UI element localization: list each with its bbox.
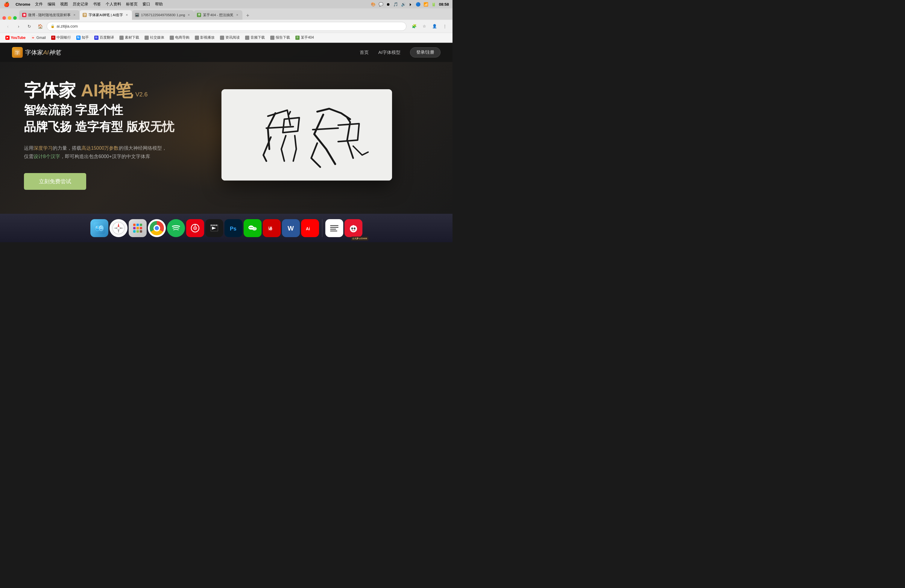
svg-rect-19 [140, 224, 142, 226]
menubar-right: 🎨 💬 ⏺ 🎵 🔊 ⏵ 🔵 📶 🔋 08:58 [371, 2, 449, 6]
menu-edit[interactable]: 编辑 [48, 2, 56, 7]
menu-bookmarks[interactable]: 书签 [93, 2, 101, 7]
tab-weibo-close[interactable]: ✕ [72, 13, 76, 17]
bookmark-social[interactable]: 社交媒体 [142, 34, 167, 41]
svg-rect-24 [137, 230, 139, 233]
menu-view[interactable]: 视图 [60, 2, 68, 7]
dock-finalcut[interactable] [205, 219, 223, 237]
minimize-button[interactable] [8, 16, 11, 20]
cta-button[interactable]: 立刻免费尝试 [24, 173, 86, 190]
hero-desc-highlight3: 设计8个汉字 [33, 154, 60, 159]
url-text: ai.zitijia.com [57, 24, 403, 29]
tab-weibo-title: 微博 - 随时随地发现新鲜事 [28, 13, 71, 17]
svg-text:字: 字 [15, 51, 19, 55]
close-button[interactable] [2, 16, 6, 20]
play-icon[interactable]: ⏵ [409, 2, 413, 6]
menu-history[interactable]: 历史记录 [73, 2, 88, 7]
menu-window[interactable]: 窗口 [143, 2, 150, 7]
dock-finder[interactable] [90, 219, 108, 237]
bookmark-gmail[interactable]: M Gmail [29, 35, 48, 41]
tab-zhihu-close[interactable]: ✕ [235, 13, 240, 17]
new-tab-button[interactable]: + [244, 11, 252, 20]
bookmark-404[interactable]: 乎 某乎404 [293, 34, 316, 41]
bookmark-youtube[interactable]: ▶ YouTube [3, 35, 28, 41]
dock-wechat[interactable] [244, 219, 262, 237]
menu-tabs[interactable]: 标签页 [126, 2, 138, 7]
svg-rect-56 [330, 227, 338, 228]
hero-desc-mid1: 的力量，搭载 [53, 146, 81, 151]
dock-safari[interactable] [110, 219, 127, 237]
bookmarks-bar: ▶ YouTube M Gmail 中 中国银行 知 知乎 [0, 33, 452, 43]
menu-icon[interactable]: ⋮ [441, 22, 449, 30]
tab-zitijia-close[interactable]: ✕ [125, 13, 129, 17]
bookmark-ecom[interactable]: 电商导购 [167, 34, 192, 41]
maximize-button[interactable] [13, 16, 17, 20]
battery-icon[interactable]: 🔋 [431, 2, 436, 6]
adobe-icon[interactable]: 🎨 [371, 2, 376, 6]
dock-adobe[interactable]: Ai [301, 219, 319, 237]
menu-file[interactable]: 文件 [35, 2, 43, 7]
bluetooth-icon[interactable]: 🔵 [416, 2, 421, 6]
bookmark-material-label: 素材下载 [125, 35, 139, 40]
dock-word[interactable]: W [282, 219, 300, 237]
menu-help[interactable]: 帮助 [155, 2, 163, 7]
svg-rect-2 [221, 89, 392, 181]
bookmark-zhihu[interactable]: 知 知乎 [74, 34, 91, 41]
profile-icon[interactable]: 👤 [430, 22, 439, 30]
bookmark-audio[interactable]: 音频下载 [243, 34, 267, 41]
dock-launchpad[interactable] [129, 219, 147, 237]
login-button[interactable]: 登录/注册 [410, 47, 441, 57]
nav-ai-model[interactable]: AI字体模型 [378, 50, 400, 56]
tab-weibo[interactable]: 微 微博 - 随时随地发现新鲜事 ✕ [19, 10, 79, 20]
music-icon[interactable]: 🎵 [393, 2, 398, 6]
dock-netease[interactable] [186, 219, 204, 237]
bookmark-material[interactable]: 素材下载 [117, 34, 141, 41]
bookmark-star-icon[interactable]: ☆ [420, 22, 429, 30]
dock-weibo[interactable]: @大梦-LICHAN [345, 219, 362, 237]
tab-zhihu[interactable]: 乎 某乎404 - 想法抽奖 ✕ [194, 10, 242, 20]
bookmark-zhihu-label: 知乎 [82, 35, 89, 40]
svg-point-63 [352, 228, 353, 229]
menu-profile[interactable]: 个人资料 [106, 2, 121, 7]
dock-chrome[interactable] [148, 219, 166, 237]
wechat-icon[interactable]: 💬 [379, 2, 383, 6]
dock: Ps 译 W Ai [0, 214, 452, 242]
hero-title-ai: AI神笔 [81, 81, 133, 100]
dock-photoshop[interactable]: Ps [224, 219, 243, 237]
svg-rect-23 [133, 230, 136, 233]
bookmark-baidu-label: 百度翻译 [100, 35, 114, 40]
record-icon[interactable]: ⏺ [386, 2, 390, 6]
bookmark-bank[interactable]: 中 中国银行 [49, 34, 73, 41]
menu-app[interactable]: Chrome [16, 2, 30, 6]
dock-newsbar[interactable] [325, 219, 343, 237]
tab-zitijia-title: 字体家AI神笔 | AI造字 [89, 13, 123, 17]
nav-home[interactable]: 首页 [360, 50, 369, 56]
bookmark-news[interactable]: 资讯阅读 [218, 34, 242, 41]
dock-spotify[interactable] [167, 219, 185, 237]
wifi-icon[interactable]: 📶 [424, 2, 428, 6]
svg-rect-22 [140, 227, 142, 229]
bookmark-baidu[interactable]: 翻 百度翻译 [92, 34, 116, 41]
bookmark-audio-label: 音频下载 [251, 35, 265, 40]
address-bar[interactable]: 🔒 ai.zitijia.com [47, 22, 406, 31]
tab-png[interactable]: 📷 170571225649705830 1.png ✕ [132, 10, 194, 20]
svg-point-64 [355, 228, 355, 229]
extensions-icon[interactable]: 🧩 [410, 22, 418, 30]
reload-button[interactable]: ↻ [25, 22, 33, 30]
tab-png-close[interactable]: ✕ [187, 13, 191, 17]
bookmark-video[interactable]: 影视播放 [192, 34, 217, 41]
bookmark-youtube-label: YouTube [11, 36, 26, 40]
apple-menu[interactable]: 🍎 [3, 2, 10, 7]
volume-icon[interactable]: 🔊 [401, 2, 406, 6]
back-button[interactable]: ‹ [3, 22, 12, 30]
bookmark-report[interactable]: 报告下载 [268, 34, 292, 41]
tab-zitijia[interactable]: 字 字体家AI神笔 | AI造字 ✕ [79, 10, 132, 20]
svg-text:W: W [287, 224, 294, 232]
home-button[interactable]: 🏠 [36, 22, 44, 30]
dock-youdao[interactable]: 译 [263, 219, 281, 237]
forward-button[interactable]: › [14, 22, 23, 30]
hero-section: 字体家 AI神笔V2.6 智绘流韵 字显个性 品牌飞扬 造字有型 版权无忧 运用… [0, 62, 452, 214]
hero-description: 运用深度学习的力量，搭载高达15000万参数的强大神经网络模型， 仅需设计8个汉… [24, 144, 203, 161]
site-logo[interactable]: 字 字体家 AI 神笔 [12, 47, 61, 58]
svg-point-30 [195, 227, 196, 229]
